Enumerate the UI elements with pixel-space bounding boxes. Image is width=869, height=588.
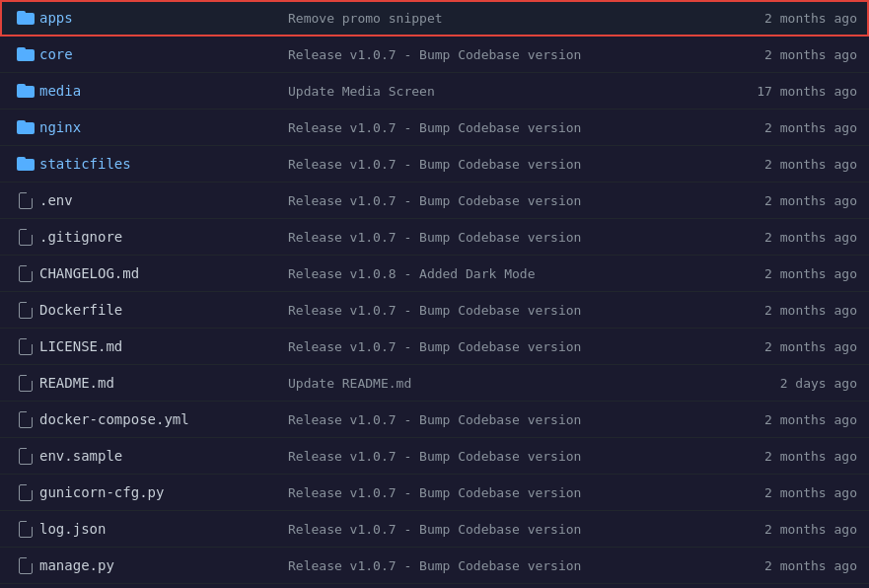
file-timestamp: 2 months ago (739, 47, 857, 62)
file-row[interactable]: README.mdUpdate README.md2 days ago (0, 365, 869, 402)
file-icon (12, 265, 39, 282)
file-commit-message: Release v1.0.7 - Bump Codebase version (276, 449, 739, 464)
file-name[interactable]: apps (39, 10, 276, 26)
file-icon (12, 375, 39, 392)
file-row[interactable]: .gitignoreRelease v1.0.7 - Bump Codebase… (0, 219, 869, 256)
file-row[interactable]: log.jsonRelease v1.0.7 - Bump Codebase v… (0, 511, 869, 548)
folder-icon (12, 11, 39, 25)
file-timestamp: 2 months ago (739, 339, 857, 354)
file-name[interactable]: gunicorn-cfg.py (39, 484, 276, 500)
file-row[interactable]: DockerfileRelease v1.0.7 - Bump Codebase… (0, 292, 869, 329)
file-row[interactable]: CHANGELOG.mdRelease v1.0.8 - Added Dark … (0, 256, 869, 292)
file-commit-message: Release v1.0.7 - Bump Codebase version (276, 303, 739, 318)
file-name[interactable]: media (39, 83, 276, 99)
file-row[interactable]: appsRemove promo snippet2 months ago (0, 0, 869, 37)
file-timestamp: 2 months ago (739, 449, 857, 464)
folder-icon (12, 84, 39, 98)
file-list: appsRemove promo snippet2 months agocore… (0, 0, 869, 584)
file-icon (12, 338, 39, 355)
file-name[interactable]: .gitignore (39, 229, 276, 245)
file-timestamp: 2 months ago (739, 11, 857, 26)
file-timestamp: 2 days ago (739, 376, 857, 391)
file-commit-message: Release v1.0.7 - Bump Codebase version (276, 47, 739, 62)
file-row[interactable]: manage.pyRelease v1.0.7 - Bump Codebase … (0, 548, 869, 584)
file-name[interactable]: core (39, 46, 276, 62)
file-icon (12, 521, 39, 538)
file-timestamp: 2 months ago (739, 157, 857, 172)
file-name[interactable]: env.sample (39, 448, 276, 464)
file-commit-message: Update README.md (276, 376, 739, 391)
file-commit-message: Remove promo snippet (276, 11, 739, 26)
file-row[interactable]: .envRelease v1.0.7 - Bump Codebase versi… (0, 183, 869, 219)
file-icon (12, 484, 39, 501)
file-timestamp: 2 months ago (739, 558, 857, 573)
file-timestamp: 2 months ago (739, 266, 857, 281)
file-commit-message: Release v1.0.7 - Bump Codebase version (276, 193, 739, 208)
folder-icon (12, 120, 39, 134)
file-commit-message: Release v1.0.8 - Added Dark Mode (276, 266, 739, 281)
file-icon (12, 192, 39, 209)
file-name[interactable]: CHANGELOG.md (39, 265, 276, 281)
file-timestamp: 2 months ago (739, 303, 857, 318)
file-commit-message: Release v1.0.7 - Bump Codebase version (276, 412, 739, 427)
folder-icon (12, 157, 39, 171)
file-icon (12, 302, 39, 319)
file-icon (12, 557, 39, 574)
file-icon (12, 411, 39, 428)
file-name[interactable]: nginx (39, 119, 276, 135)
file-commit-message: Release v1.0.7 - Bump Codebase version (276, 157, 739, 172)
file-row[interactable]: env.sampleRelease v1.0.7 - Bump Codebase… (0, 438, 869, 475)
file-icon (12, 448, 39, 465)
file-timestamp: 2 months ago (739, 485, 857, 500)
file-row[interactable]: mediaUpdate Media Screen17 months ago (0, 73, 869, 110)
folder-icon (12, 47, 39, 61)
file-row[interactable]: coreRelease v1.0.7 - Bump Codebase versi… (0, 37, 869, 73)
file-timestamp: 2 months ago (739, 412, 857, 427)
file-name[interactable]: .env (39, 192, 276, 208)
file-commit-message: Update Media Screen (276, 84, 739, 99)
file-row[interactable]: staticfilesRelease v1.0.7 - Bump Codebas… (0, 146, 869, 183)
file-name[interactable]: docker-compose.yml (39, 411, 276, 427)
file-commit-message: Release v1.0.7 - Bump Codebase version (276, 558, 739, 573)
file-name[interactable]: log.json (39, 521, 276, 537)
file-commit-message: Release v1.0.7 - Bump Codebase version (276, 120, 739, 135)
file-commit-message: Release v1.0.7 - Bump Codebase version (276, 522, 739, 537)
file-commit-message: Release v1.0.7 - Bump Codebase version (276, 485, 739, 500)
file-name[interactable]: LICENSE.md (39, 338, 276, 354)
file-row[interactable]: nginxRelease v1.0.7 - Bump Codebase vers… (0, 110, 869, 146)
file-name[interactable]: manage.py (39, 557, 276, 573)
file-timestamp: 2 months ago (739, 193, 857, 208)
file-commit-message: Release v1.0.7 - Bump Codebase version (276, 339, 739, 354)
file-timestamp: 2 months ago (739, 120, 857, 135)
file-icon (12, 229, 39, 246)
file-row[interactable]: gunicorn-cfg.pyRelease v1.0.7 - Bump Cod… (0, 475, 869, 511)
file-name[interactable]: README.md (39, 375, 276, 391)
file-row[interactable]: LICENSE.mdRelease v1.0.7 - Bump Codebase… (0, 329, 869, 365)
file-timestamp: 17 months ago (739, 84, 857, 99)
file-timestamp: 2 months ago (739, 230, 857, 245)
file-timestamp: 2 months ago (739, 522, 857, 537)
file-row[interactable]: docker-compose.ymlRelease v1.0.7 - Bump … (0, 402, 869, 438)
file-name[interactable]: staticfiles (39, 156, 276, 172)
file-commit-message: Release v1.0.7 - Bump Codebase version (276, 230, 739, 245)
file-name[interactable]: Dockerfile (39, 302, 276, 318)
